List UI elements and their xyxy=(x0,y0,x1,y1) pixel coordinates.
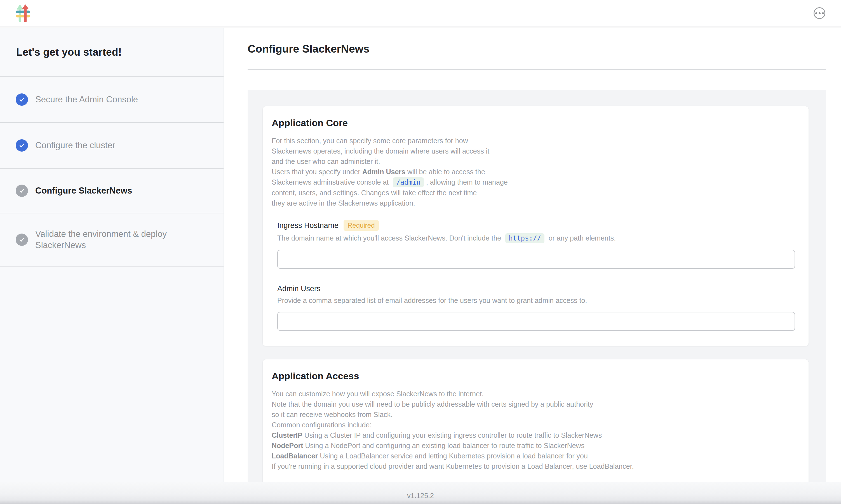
check-circle-icon xyxy=(16,234,28,246)
application-access-card: Application Access You can customize how… xyxy=(263,359,808,482)
onboarding-sidebar: Let's get you started! Secure the Admin … xyxy=(0,28,224,482)
check-circle-icon xyxy=(16,93,28,106)
admin-users-input[interactable] xyxy=(277,312,795,331)
field-label: Ingress Hostname xyxy=(277,221,339,230)
field-help: The domain name at which you'll access S… xyxy=(277,233,794,243)
step-label: Secure the Admin Console xyxy=(35,94,138,105)
step-label: Configure the cluster xyxy=(35,140,115,151)
version-label: v1.125.2 xyxy=(407,492,434,504)
ellipsis-icon xyxy=(815,12,817,14)
footer: v1.125.2 xyxy=(0,482,841,504)
card-description: You can customize how you will expose Sl… xyxy=(272,389,794,471)
main-content: Configure SlackerNews Application Core F… xyxy=(224,28,841,482)
card-title: Application Access xyxy=(272,371,794,381)
sidebar-step-validate-deploy[interactable]: Validate the environment & deploy Slacke… xyxy=(0,213,223,267)
more-options-button[interactable] xyxy=(813,7,825,19)
ellipsis-icon xyxy=(822,12,824,14)
config-panel: Application Core For this section, you c… xyxy=(248,90,826,482)
field-label: Admin Users xyxy=(277,285,321,293)
ingress-hostname-field: Ingress Hostname Required The domain nam… xyxy=(277,220,794,269)
slackernews-logo-icon xyxy=(16,4,30,22)
card-description: For this section, you can specify some c… xyxy=(272,136,794,209)
top-bar xyxy=(0,0,841,28)
required-badge: Required xyxy=(343,220,378,231)
sidebar-step-configure-slackernews[interactable]: Configure SlackerNews xyxy=(0,169,223,213)
step-label: Configure SlackerNews xyxy=(35,185,132,196)
card-title: Application Core xyxy=(272,118,794,128)
ellipsis-icon xyxy=(819,12,821,14)
check-circle-icon xyxy=(16,139,28,151)
field-help: Provide a comma-separated list of email … xyxy=(277,295,794,305)
application-core-card: Application Core For this section, you c… xyxy=(263,106,808,346)
step-label: Validate the environment & deploy Slacke… xyxy=(35,229,183,251)
sidebar-step-configure-cluster[interactable]: Configure the cluster xyxy=(0,123,223,169)
check-circle-icon xyxy=(16,185,28,197)
ingress-hostname-input[interactable] xyxy=(277,250,795,269)
page-title: Configure SlackerNews xyxy=(248,43,370,55)
sidebar-title: Let's get you started! xyxy=(0,28,223,77)
admin-users-field: Admin Users Provide a comma-separated li… xyxy=(277,285,794,331)
title-divider xyxy=(248,69,826,70)
sidebar-step-secure-admin-console[interactable]: Secure the Admin Console xyxy=(0,77,223,123)
